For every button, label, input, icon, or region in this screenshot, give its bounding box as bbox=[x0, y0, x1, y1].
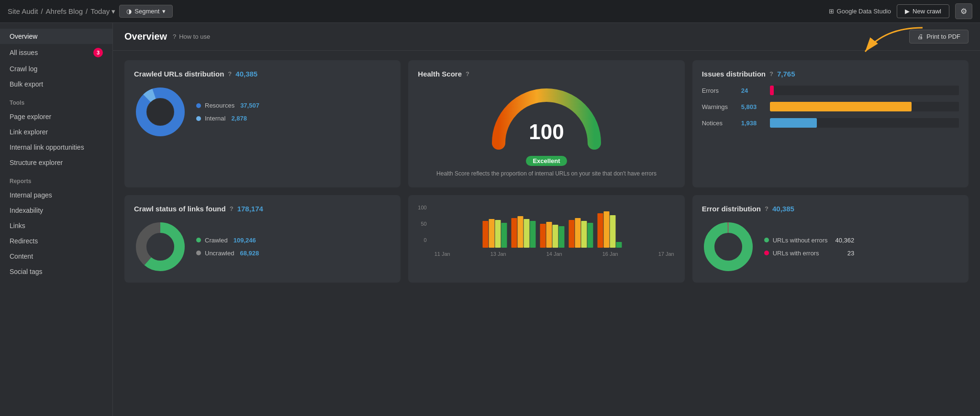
resources-value: 37,507 bbox=[240, 102, 259, 109]
crawled-value: 109,246 bbox=[234, 237, 256, 244]
svg-text:100: 100 bbox=[529, 120, 564, 143]
breadcrumb-today-dropdown[interactable]: Today ▾ bbox=[90, 7, 115, 16]
cards-grid: Crawled URLs distribution ? 40,385 Resou… bbox=[113, 51, 980, 292]
sidebar-item-indexability[interactable]: Indexability bbox=[0, 203, 112, 218]
crawl-status-legend: Crawled 109,246 Uncrawled 68,928 bbox=[196, 237, 259, 257]
crawl-status-donut-container: Crawled 109,246 Uncrawled 68,928 bbox=[134, 220, 391, 273]
uncrawled-dot bbox=[196, 251, 201, 255]
svg-point-30 bbox=[715, 233, 742, 260]
svg-rect-26 bbox=[610, 215, 615, 248]
legend-uncrawled: Uncrawled 68,928 bbox=[196, 250, 259, 257]
warnings-bar-container bbox=[770, 102, 959, 111]
health-score-title: Health Score ? bbox=[418, 70, 675, 78]
crawled-urls-legend: Resources 37,507 Internal 2,878 bbox=[196, 102, 259, 122]
svg-rect-13 bbox=[517, 216, 523, 248]
svg-rect-18 bbox=[552, 225, 558, 248]
settings-icon: ⚙ bbox=[960, 7, 967, 15]
uncrawled-value: 68,928 bbox=[240, 250, 259, 257]
gds-button[interactable]: ⊞ Google Data Studio bbox=[829, 8, 891, 15]
breadcrumb-blog: Ahrefs Blog bbox=[46, 7, 83, 15]
top-nav: Site Audit / Ahrefs Blog / Today ▾ ◑ Seg… bbox=[0, 0, 980, 23]
svg-rect-10 bbox=[495, 220, 501, 248]
warnings-row: Warnings 5,803 bbox=[702, 102, 959, 111]
crawled-urls-card: Crawled URLs distribution ? 40,385 Resou… bbox=[124, 60, 401, 187]
error-dist-donut-chart bbox=[702, 220, 755, 273]
breadcrumb-sep1: / bbox=[41, 7, 43, 15]
svg-rect-11 bbox=[501, 223, 507, 248]
crawl-status-title: Crawl status of links found ? 178,174 bbox=[134, 205, 391, 213]
svg-rect-21 bbox=[575, 218, 580, 248]
sidebar-item-crawl-log[interactable]: Crawl log bbox=[0, 61, 112, 77]
all-issues-badge: 3 bbox=[93, 48, 103, 57]
sidebar-item-all-issues[interactable]: All issues 3 bbox=[0, 44, 112, 61]
sidebar: Overview All issues 3 Crawl log Bulk exp… bbox=[0, 23, 113, 416]
health-score-subtitle: Health Score reflects the proportion of … bbox=[418, 170, 675, 178]
sidebar-item-page-explorer[interactable]: Page explorer bbox=[0, 109, 112, 124]
notices-value: 1,938 bbox=[741, 120, 764, 127]
sidebar-item-structure-explorer[interactable]: Structure explorer bbox=[0, 155, 112, 170]
sidebar-item-links[interactable]: Links bbox=[0, 218, 112, 233]
top-nav-left: Site Audit / Ahrefs Blog / Today ▾ ◑ Seg… bbox=[8, 5, 173, 18]
content-header: Overview ? How to use 🖨 Print to PDF bbox=[113, 23, 980, 51]
error-dist-title: Error distribution ? 40,385 bbox=[702, 205, 959, 213]
health-score-help-icon[interactable]: ? bbox=[466, 70, 469, 77]
history-labels: 11 Jan 13 Jan 14 Jan 16 Jan 17 Jan bbox=[434, 251, 675, 257]
page-title: Overview bbox=[124, 31, 167, 42]
warnings-value: 5,803 bbox=[741, 103, 764, 110]
svg-rect-8 bbox=[482, 221, 488, 248]
error-distribution-card: Error distribution ? 40,385 URLs without… bbox=[692, 195, 969, 283]
with-errors-dot bbox=[764, 251, 769, 255]
sidebar-item-social-tags[interactable]: Social tags bbox=[0, 264, 112, 279]
internal-dot bbox=[196, 116, 201, 121]
svg-rect-15 bbox=[530, 221, 535, 248]
crawl-status-count: 178,174 bbox=[237, 205, 263, 213]
crawled-dot bbox=[196, 238, 201, 242]
segment-button[interactable]: ◑ Segment ▾ bbox=[119, 5, 173, 18]
no-errors-item: URLs without errors 40,362 bbox=[764, 237, 855, 244]
crawl-status-help-icon[interactable]: ? bbox=[230, 205, 234, 212]
notices-label: Notices bbox=[702, 120, 735, 127]
crawled-urls-donut-container: Resources 37,507 Internal 2,878 bbox=[134, 86, 391, 138]
sidebar-item-overview[interactable]: Overview bbox=[0, 29, 112, 44]
sidebar-item-internal-pages[interactable]: Internal pages bbox=[0, 187, 112, 203]
history-bars-wrapper: 11 Jan 13 Jan 14 Jan 16 Jan 17 Jan bbox=[434, 205, 675, 257]
svg-rect-9 bbox=[489, 219, 494, 248]
issues-dist-help-icon[interactable]: ? bbox=[769, 70, 773, 77]
notices-bar-container bbox=[770, 118, 959, 128]
issues-distribution-card: Issues distribution ? 7,765 Errors 24 Wa… bbox=[692, 60, 969, 187]
issues-list: Errors 24 Warnings 5,803 N bbox=[702, 86, 959, 128]
svg-rect-17 bbox=[546, 222, 552, 248]
notices-row: Notices 1,938 bbox=[702, 118, 959, 128]
settings-button[interactable]: ⚙ bbox=[955, 3, 972, 19]
error-dist-help-icon[interactable]: ? bbox=[765, 205, 768, 212]
svg-rect-14 bbox=[523, 219, 529, 248]
reports-section-title: Reports bbox=[0, 170, 112, 187]
internal-value: 2,878 bbox=[231, 115, 247, 122]
crawl-status-card: Crawl status of links found ? 178,174 Cr… bbox=[124, 195, 401, 283]
issues-dist-title: Issues distribution ? 7,765 bbox=[702, 70, 959, 78]
crawled-urls-donut-chart bbox=[134, 86, 187, 138]
health-score-container: 100 Excellent Health Score reflects the … bbox=[418, 86, 675, 178]
sidebar-item-link-explorer[interactable]: Link explorer bbox=[0, 124, 112, 140]
crawled-urls-title: Crawled URLs distribution ? 40,385 bbox=[134, 70, 391, 78]
print-button[interactable]: 🖨 Print to PDF bbox=[909, 30, 969, 44]
sidebar-item-bulk-export[interactable]: Bulk export bbox=[0, 77, 112, 92]
errors-value: 24 bbox=[741, 87, 764, 94]
history-chart-card: 100 50 0 bbox=[408, 195, 684, 283]
issues-dist-count: 7,765 bbox=[777, 70, 795, 78]
no-errors-dot bbox=[764, 238, 769, 242]
svg-rect-20 bbox=[568, 220, 574, 248]
crawled-urls-help-icon[interactable]: ? bbox=[228, 70, 232, 77]
segment-icon: ◑ bbox=[126, 8, 132, 15]
new-crawl-button[interactable]: ▶ New crawl bbox=[897, 4, 949, 18]
breadcrumb-site-audit: Site Audit bbox=[8, 7, 38, 15]
resources-dot bbox=[196, 103, 201, 108]
sidebar-item-redirects[interactable]: Redirects bbox=[0, 233, 112, 249]
sidebar-item-internal-link-opportunities[interactable]: Internal link opportunities bbox=[0, 140, 112, 155]
question-icon: ? bbox=[173, 33, 176, 40]
sidebar-item-content[interactable]: Content bbox=[0, 249, 112, 264]
gds-icon: ⊞ bbox=[829, 8, 834, 15]
svg-rect-24 bbox=[597, 213, 603, 248]
excellent-badge: Excellent bbox=[418, 154, 675, 166]
how-to-use-button[interactable]: ? How to use bbox=[173, 33, 210, 40]
